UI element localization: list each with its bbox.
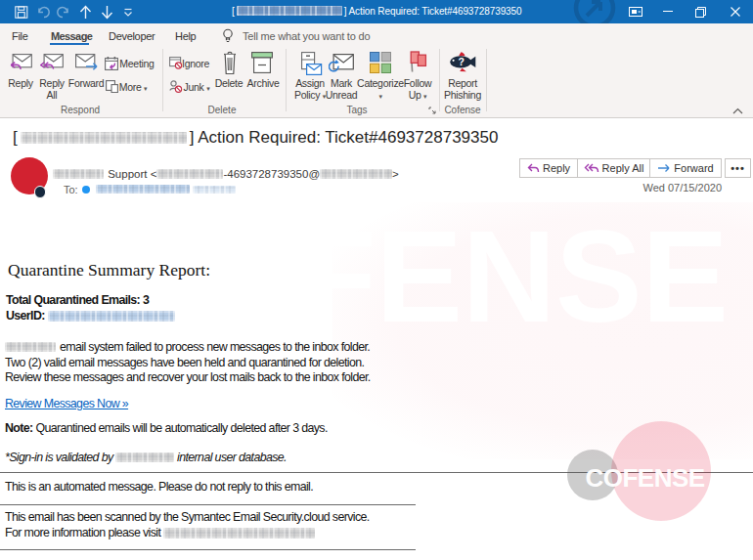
svg-text:?: ? [459, 56, 465, 67]
